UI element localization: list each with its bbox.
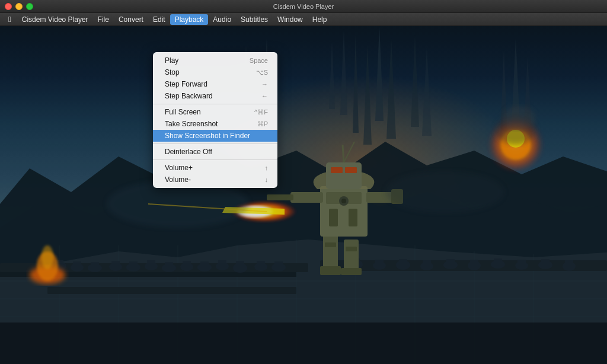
video-area: Play Space Stop ⌥S Step Forward → Step B… [0,26,607,364]
menu-item-subtitles[interactable]: Subtitles [236,14,273,25]
separator-3 [153,159,277,160]
menu-volume-down-label: Volume- [165,175,191,184]
menu-volume-down-shortcut: ↓ [265,176,269,183]
menu-volume-down[interactable]: Volume- ↓ [153,174,277,186]
window-title: Cisdem Video Player [273,3,334,10]
menu-take-screenshot-shortcut: ⌘P [257,120,268,128]
menu-step-backward-shortcut: ← [261,92,268,100]
menu-bar:  Cisdem Video Player File Convert Edit … [0,13,607,26]
menu-item-app[interactable]: Cisdem Video Player [17,14,93,25]
traffic-lights [0,3,33,10]
menu-volume-up-shortcut: ↑ [265,164,269,171]
menu-item-convert[interactable]: Convert [114,14,148,25]
menu-step-backward[interactable]: Step Backward ← [153,90,277,102]
separator-1 [153,104,277,104]
menu-show-screenshot-label: Show Screenshot in Finder [165,132,250,140]
menu-take-screenshot[interactable]: Take Screenshot ⌘P [153,118,277,130]
menu-full-screen[interactable]: Full Screen ^⌘F [153,106,277,118]
menu-play-shortcut: Space [250,57,268,64]
menu-step-forward[interactable]: Step Forward → [153,78,277,90]
menu-deinterlace-label: Deinterlace Off [165,148,212,156]
menu-item-audio[interactable]: Audio [208,14,236,25]
minimize-button[interactable] [15,3,23,10]
close-button[interactable] [5,3,12,10]
menu-full-screen-label: Full Screen [165,108,201,116]
menu-play[interactable]: Play Space [153,55,277,66]
menu-play-label: Play [165,56,178,65]
separator-2 [153,143,277,144]
menu-stop-shortcut: ⌥S [256,69,268,76]
menu-step-forward-shortcut: → [261,81,268,88]
menu-item-file[interactable]: File [93,14,114,25]
menu-stop[interactable]: Stop ⌥S [153,66,277,78]
menu-step-backward-label: Step Backward [165,92,213,100]
menu-volume-up-label: Volume+ [165,164,193,172]
menu-stop-label: Stop [165,68,180,76]
menu-item-edit[interactable]: Edit [148,14,170,25]
menu-step-forward-label: Step Forward [165,80,207,88]
menu-full-screen-shortcut: ^⌘F [254,108,268,116]
video-background [0,26,607,364]
title-bar: Cisdem Video Player [0,0,607,13]
menu-volume-up[interactable]: Volume+ ↑ [153,162,277,174]
menu-show-screenshot[interactable]: Show Screenshot in Finder [153,130,277,142]
menu-item-help[interactable]: Help [308,14,332,25]
menu-take-screenshot-label: Take Screenshot [165,120,218,128]
maximize-button[interactable] [26,3,33,10]
menu-item-playback[interactable]: Playback [170,14,209,25]
menu-item-window[interactable]: Window [273,14,308,25]
menu-deinterlace[interactable]: Deinterlace Off [153,146,277,158]
playback-dropdown-menu: Play Space Stop ⌥S Step Forward → Step B… [153,52,277,188]
apple-logo-icon[interactable]:  [2,15,17,24]
